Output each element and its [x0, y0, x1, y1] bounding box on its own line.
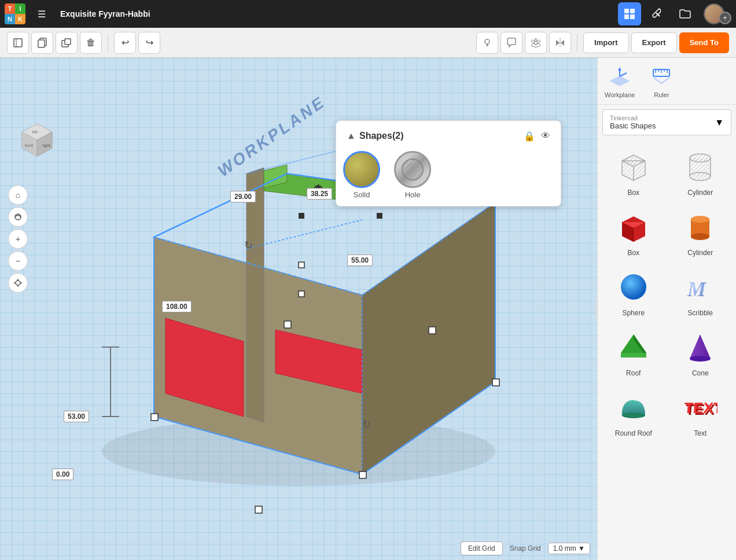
shape-text-3d[interactable]: TEXT TEXT Text [667, 383, 734, 443]
svg-text:↻: ↻ [362, 419, 371, 430]
svg-point-11 [485, 39, 490, 44]
shape-box-wire[interactable]: Box [600, 142, 667, 202]
library-provider: Tinkercad [610, 115, 656, 121]
redo-button[interactable]: ↪ [138, 32, 160, 54]
tools-btn[interactable] [646, 2, 669, 25]
ruler-label: Ruler [654, 91, 669, 98]
svg-rect-61 [299, 213, 304, 219]
svg-point-92 [691, 233, 709, 240]
svg-rect-60 [377, 213, 382, 219]
shape-scribble[interactable]: M Scribble [667, 263, 734, 323]
logo-t: T [5, 3, 15, 14]
shape-cylinder-wire[interactable]: Cylinder [667, 142, 734, 202]
svg-point-93 [691, 216, 709, 223]
workplane-label: Workplane [605, 91, 635, 98]
roof-green-icon [615, 329, 652, 366]
export-button[interactable]: Export [631, 32, 677, 53]
panel-collapse-arrow[interactable]: › [596, 299, 597, 319]
new-button[interactable] [7, 32, 29, 54]
hole-option[interactable]: Hole [394, 151, 431, 199]
import-button[interactable]: Import [583, 32, 628, 53]
svg-rect-8 [38, 40, 45, 47]
shape-box-red[interactable]: Box [600, 202, 667, 263]
shape-sphere-blue[interactable]: Sphere [600, 263, 667, 323]
cylinder-wire-icon [682, 148, 719, 185]
svg-rect-3 [630, 14, 635, 19]
duplicate-button[interactable] [56, 32, 78, 54]
copy-icon [37, 38, 47, 48]
shapes-eye-btn[interactable]: 👁 [538, 128, 554, 144]
library-name: Basic Shapes [610, 121, 656, 130]
workplane-tool[interactable]: Workplane [605, 64, 635, 98]
shape-round-roof[interactable]: Round Roof [600, 383, 667, 443]
lightbulb-icon [482, 38, 492, 48]
shape-roof-green[interactable]: Roof [600, 323, 667, 383]
3d-view-btn[interactable] [618, 2, 641, 25]
shape-grid: Box [598, 140, 736, 445]
hole-label: Hole [405, 190, 421, 199]
shape-cone-label: Cone [692, 369, 709, 377]
settings-btn[interactable] [525, 32, 547, 54]
solid-option[interactable]: Solid [343, 151, 380, 199]
shape-cylinder-orange[interactable]: Cylinder [667, 202, 734, 263]
new-icon [13, 38, 23, 48]
light-btn[interactable] [476, 32, 498, 54]
shapes-panel: ▲ Shapes(2) 🔒 👁 Solid [336, 120, 561, 207]
shape-cone-purple[interactable]: Cone [667, 323, 734, 383]
add-user-button[interactable]: + [719, 12, 731, 24]
canvas-area[interactable]: WORKPLANE top front right ⌂ [0, 58, 597, 560]
files-btn[interactable] [674, 2, 697, 25]
canvas-bottom: Edit Grid Snap Grid 1.0 mm ▼ [461, 541, 590, 555]
main-content: WORKPLANE top front right ⌂ [0, 58, 736, 560]
send-to-button[interactable]: Send To [679, 32, 729, 53]
scribble-icon: M [682, 268, 719, 305]
svg-rect-5 [14, 39, 22, 47]
svg-rect-48 [359, 471, 366, 478]
round-roof-icon [615, 389, 652, 426]
delete-button[interactable]: 🗑 [80, 32, 102, 54]
shape-cylinder-wire-label: Cylinder [687, 189, 713, 197]
dim-ground: 0.00 [52, 469, 73, 480]
chat-btn[interactable] [501, 32, 522, 54]
svg-point-14 [534, 41, 538, 45]
toolbar-separator-2 [577, 34, 577, 51]
shape-sphere-label: Sphere [622, 309, 645, 317]
snap-grid-value[interactable]: 1.0 mm ▼ [548, 543, 590, 554]
svg-marker-99 [690, 334, 711, 359]
3d-grid-icon [623, 8, 636, 20]
sphere-blue-icon [615, 268, 652, 305]
duplicate-icon [61, 38, 72, 48]
undo-button[interactable]: ↩ [114, 32, 136, 54]
svg-text:↻: ↻ [244, 240, 253, 251]
snap-dropdown-arrow: ▼ [578, 544, 585, 552]
library-info: Tinkercad Basic Shapes [610, 115, 656, 130]
text-3d-icon: TEXT TEXT [682, 389, 719, 426]
svg-rect-47 [151, 414, 158, 421]
solid-label: Solid [354, 190, 370, 199]
svg-rect-98 [621, 353, 646, 358]
settings-icon [531, 38, 541, 48]
snap-grid-label: Snap Grid [510, 544, 541, 552]
tinkercad-logo[interactable]: T I N K [5, 3, 25, 24]
ruler-tool[interactable]: Ruler [649, 64, 674, 98]
menu-icon[interactable]: ☰ [30, 2, 53, 25]
shapes-lock-btn[interactable]: 🔒 [521, 128, 538, 144]
mirror-btn[interactable] [549, 32, 571, 54]
wrench-icon [651, 8, 664, 20]
library-dropdown[interactable]: Tinkercad Basic Shapes ▼ [602, 109, 731, 135]
shapes-collapse-btn[interactable]: ▲ [343, 128, 359, 144]
svg-rect-52 [429, 327, 436, 334]
edit-grid-button[interactable]: Edit Grid [461, 541, 503, 555]
dropdown-arrow-icon: ▼ [715, 117, 724, 128]
svg-rect-49 [492, 379, 499, 386]
top-bar: T I N K ☰ Exquisite Fyyran-Habbi + [0, 0, 736, 28]
svg-rect-54 [299, 291, 304, 297]
shapes-panel-header: ▲ Shapes(2) 🔒 👁 [343, 128, 554, 144]
ruler-icon [649, 64, 674, 89]
workplane-icon [607, 64, 632, 89]
logo-n: N [5, 14, 15, 24]
toolbar-separator-1 [108, 34, 108, 51]
chat-icon [506, 38, 517, 48]
svg-rect-10 [65, 39, 71, 45]
copy-button[interactable] [31, 32, 53, 54]
